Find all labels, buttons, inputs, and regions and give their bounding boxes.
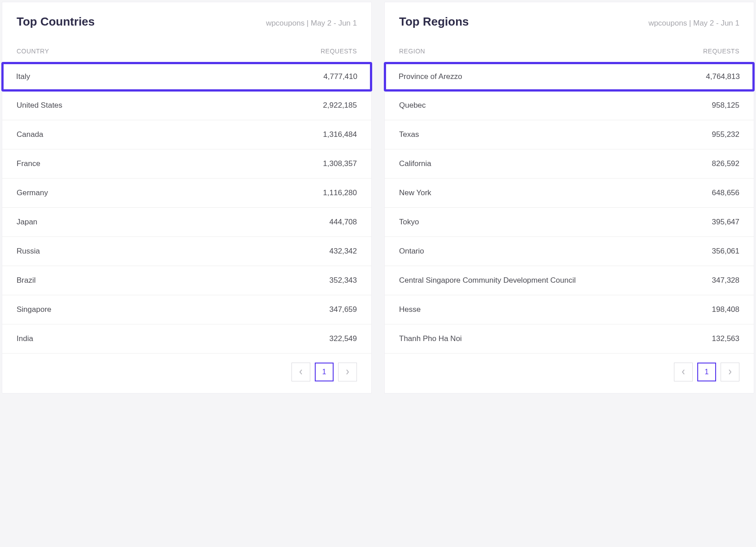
column-headers: REGION REQUESTS (385, 37, 754, 63)
table-row[interactable]: Province of Arezzo4,764,813 (384, 62, 755, 92)
row-name: India (17, 334, 33, 343)
table-row[interactable]: India322,549 (2, 324, 371, 353)
row-requests: 444,708 (330, 218, 357, 227)
col-header-requests: REQUESTS (703, 48, 739, 55)
row-name: Germany (17, 188, 48, 197)
row-requests: 347,659 (330, 305, 357, 314)
row-requests: 648,656 (712, 188, 739, 197)
row-name: Russia (17, 247, 40, 256)
pager-next-button[interactable] (721, 363, 739, 381)
card-meta: wpcoupons | May 2 - Jun 1 (266, 19, 357, 28)
pager: 1 (385, 353, 754, 393)
regions-rows: Province of Arezzo4,764,813Quebec958,125… (385, 63, 754, 353)
pager-prev-button[interactable] (674, 363, 693, 381)
row-requests: 958,125 (712, 101, 739, 110)
col-header-name: REGION (399, 48, 425, 55)
card-header: Top Regions wpcoupons | May 2 - Jun 1 (385, 2, 754, 37)
pager: 1 (2, 353, 371, 393)
card-header: Top Countries wpcoupons | May 2 - Jun 1 (2, 2, 371, 37)
row-requests: 395,647 (712, 218, 739, 227)
chevron-right-icon (728, 369, 732, 375)
row-name: Italy (16, 72, 30, 81)
card-title: Top Regions (399, 15, 469, 29)
row-name: Thanh Pho Ha Noi (399, 334, 462, 343)
row-requests: 1,116,280 (323, 188, 357, 197)
table-row[interactable]: Canada1,316,484 (2, 120, 371, 149)
table-row[interactable]: Quebec958,125 (385, 91, 754, 120)
countries-rows: Italy4,777,410United States2,922,185Cana… (2, 63, 371, 353)
card-title: Top Countries (17, 15, 95, 29)
table-row[interactable]: Japan444,708 (2, 207, 371, 236)
row-name: United States (17, 101, 62, 110)
pager-page-button[interactable]: 1 (697, 363, 716, 381)
row-name: Brazil (17, 276, 36, 285)
chevron-right-icon (345, 369, 350, 375)
row-name: France (17, 159, 40, 168)
row-requests: 432,342 (330, 247, 357, 256)
table-row[interactable]: United States2,922,185 (2, 91, 371, 120)
row-requests: 356,061 (712, 247, 739, 256)
pager-page-button[interactable]: 1 (315, 363, 334, 381)
table-row[interactable]: Central Singapore Community Development … (385, 266, 754, 295)
row-name: Hesse (399, 305, 421, 314)
chevron-left-icon (299, 369, 303, 375)
table-row[interactable]: Tokyo395,647 (385, 207, 754, 236)
row-requests: 198,408 (712, 305, 739, 314)
row-name: Quebec (399, 101, 426, 110)
row-name: Province of Arezzo (399, 72, 462, 81)
row-requests: 4,777,410 (323, 72, 357, 81)
row-requests: 4,764,813 (706, 72, 740, 81)
row-requests: 322,549 (330, 334, 357, 343)
col-header-requests: REQUESTS (321, 48, 357, 55)
row-requests: 1,316,484 (323, 130, 357, 139)
table-row[interactable]: California826,592 (385, 149, 754, 178)
table-row[interactable]: Thanh Pho Ha Noi132,563 (385, 324, 754, 353)
column-headers: COUNTRY REQUESTS (2, 37, 371, 63)
table-row[interactable]: France1,308,357 (2, 149, 371, 178)
table-row[interactable]: Hesse198,408 (385, 295, 754, 324)
col-header-name: COUNTRY (17, 48, 49, 55)
row-name: Central Singapore Community Development … (399, 276, 576, 285)
row-name: California (399, 159, 431, 168)
row-name: Tokyo (399, 218, 419, 227)
table-row[interactable]: Singapore347,659 (2, 295, 371, 324)
row-name: Texas (399, 130, 419, 139)
row-requests: 352,343 (330, 276, 357, 285)
row-name: Canada (17, 130, 43, 139)
row-requests: 826,592 (712, 159, 739, 168)
top-countries-card: Top Countries wpcoupons | May 2 - Jun 1 … (2, 2, 372, 394)
card-meta: wpcoupons | May 2 - Jun 1 (648, 19, 739, 28)
row-name: Singapore (17, 305, 52, 314)
top-regions-card: Top Regions wpcoupons | May 2 - Jun 1 RE… (384, 2, 754, 394)
table-row[interactable]: Italy4,777,410 (1, 62, 372, 92)
table-row[interactable]: Germany1,116,280 (2, 178, 371, 207)
pager-next-button[interactable] (338, 363, 357, 381)
table-row[interactable]: Russia432,342 (2, 236, 371, 266)
row-name: New York (399, 188, 431, 197)
chevron-left-icon (681, 369, 686, 375)
row-requests: 132,563 (712, 334, 739, 343)
row-name: Ontario (399, 247, 424, 256)
row-name: Japan (17, 218, 37, 227)
table-row[interactable]: New York648,656 (385, 178, 754, 207)
row-requests: 1,308,357 (323, 159, 357, 168)
pager-prev-button[interactable] (291, 363, 310, 381)
row-requests: 955,232 (712, 130, 739, 139)
row-requests: 2,922,185 (323, 101, 357, 110)
table-row[interactable]: Brazil352,343 (2, 266, 371, 295)
table-row[interactable]: Ontario356,061 (385, 236, 754, 266)
row-requests: 347,328 (712, 276, 739, 285)
table-row[interactable]: Texas955,232 (385, 120, 754, 149)
